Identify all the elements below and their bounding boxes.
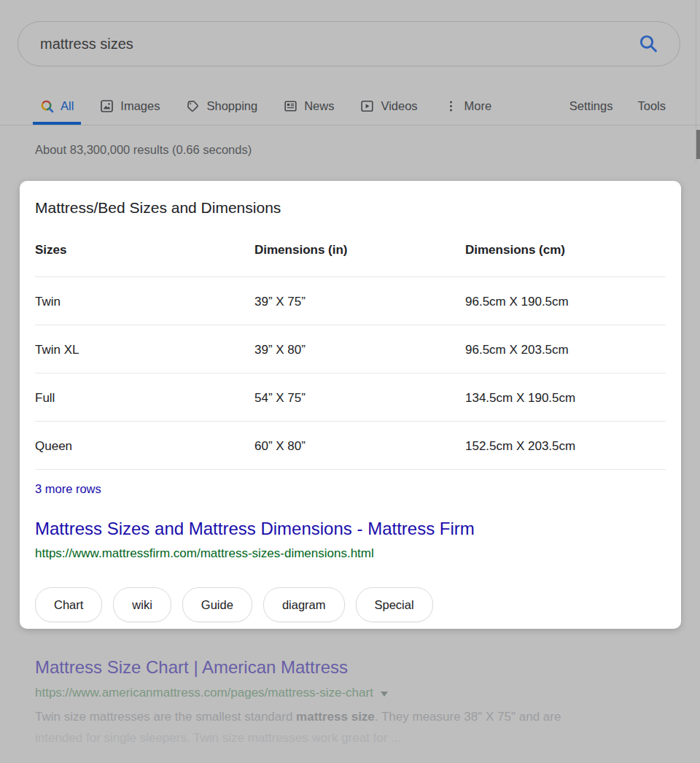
menu-tools[interactable]: Tools [637, 99, 666, 113]
chip-guide[interactable]: Guide [182, 587, 252, 622]
related-chips: ChartwikiGuidediagramSpecial [35, 587, 666, 622]
menu-settings[interactable]: Settings [569, 99, 613, 113]
table-cell-cm: 96.5cm X 203.5cm [465, 325, 666, 373]
tab-shopping[interactable]: Shopping [179, 88, 265, 125]
table-row: Twin39” X 75”96.5cm X 190.5cm [35, 277, 666, 325]
table-cell-inches: 60” X 80” [254, 422, 465, 469]
mattress-sizes-table: SizesDimensions (in)Dimensions (cm) Twin… [35, 243, 666, 470]
chip-diagram[interactable]: diagram [263, 587, 345, 622]
snippet-card-title: Mattress/Bed Sizes and Dimensions [35, 199, 666, 217]
organic-result-url-line: https://www.americanmattress.com/pages/m… [35, 686, 664, 700]
table-header-cell: Dimensions (cm) [465, 243, 666, 276]
tab-label: Shopping [206, 99, 257, 113]
scrollbar-thumb[interactable] [696, 130, 700, 159]
snippet-result-url: https://www.mattressfirm.com/mattress-si… [35, 546, 666, 561]
news-icon [284, 99, 298, 113]
organic-result-snippet: Twin size mattresses are the smallest st… [35, 706, 664, 748]
table-cell-inches: 54” X 75” [254, 373, 465, 421]
dropdown-arrow-icon[interactable] [381, 692, 388, 697]
tag-icon [186, 99, 200, 113]
tab-more[interactable]: More [437, 88, 499, 125]
chip-wiki[interactable]: wiki [113, 587, 171, 622]
table-cell-size: Queen [35, 422, 254, 469]
tab-news[interactable]: News [276, 88, 341, 125]
featured-snippet-card: Mattress/Bed Sizes and Dimensions SizesD… [20, 181, 681, 629]
snippet-line: Twin size mattresses are the smallest st… [35, 706, 664, 727]
snippet-result-title-link[interactable]: Mattress Sizes and Mattress Dimensions -… [35, 519, 475, 539]
search-input[interactable]: mattress sizes [40, 36, 133, 53]
chip-special[interactable]: Special [356, 587, 433, 622]
table-body: Twin39” X 75”96.5cm X 190.5cmTwin XL39” … [35, 277, 666, 470]
table-cell-size: Twin XL [35, 325, 254, 373]
tab-label: Images [120, 99, 160, 113]
table-header-row: SizesDimensions (in)Dimensions (cm) [35, 243, 666, 277]
tab-label: More [464, 99, 492, 113]
tab-bar-divider [0, 125, 700, 125]
result-type-tabs: All Images Shopping News Videos More [33, 88, 510, 125]
tab-bar: All Images Shopping News Videos More Set… [0, 88, 700, 125]
table-cell-inches: 39” X 80” [254, 325, 465, 373]
organic-result: Mattress Size Chart | American Mattress … [35, 657, 664, 748]
tab-label: News [304, 99, 334, 113]
organic-result-title-link[interactable]: Mattress Size Chart | American Mattress [35, 657, 348, 678]
tab-label: Videos [381, 99, 417, 113]
more-dots-icon [444, 99, 458, 113]
google-search-icon [40, 99, 54, 113]
video-icon [360, 99, 374, 113]
table-header-cell: Dimensions (in) [254, 243, 465, 276]
table-cell-inches: 39” X 75” [254, 277, 465, 325]
table-cell-cm: 134.5cm X 190.5cm [465, 373, 666, 421]
table-row: Twin XL39” X 80”96.5cm X 203.5cm [35, 325, 666, 373]
more-rows-link[interactable]: 3 more rows [35, 482, 101, 496]
table-row: Full54” X 75”134.5cm X 190.5cm [35, 373, 666, 422]
table-header-cell: Sizes [35, 243, 254, 276]
tab-videos[interactable]: Videos [353, 88, 424, 125]
tab-all[interactable]: All [33, 88, 81, 125]
table-cell-size: Twin [35, 277, 254, 325]
image-icon [100, 99, 114, 113]
tab-images[interactable]: Images [93, 88, 167, 125]
organic-result-url: https://www.americanmattress.com/pages/m… [35, 686, 373, 700]
search-icon[interactable] [639, 34, 658, 54]
chip-chart[interactable]: Chart [35, 587, 102, 622]
table-cell-size: Full [35, 373, 254, 421]
google-serp-page: mattress sizes All Images Shopping News … [0, 0, 700, 763]
tab-bar-menu: SettingsTools [569, 88, 666, 125]
table-cell-cm: 152.5cm X 203.5cm [465, 422, 666, 469]
table-row: Queen60” X 80”152.5cm X 203.5cm [35, 422, 666, 470]
tab-label: All [61, 99, 74, 113]
table-cell-cm: 96.5cm X 190.5cm [465, 277, 666, 325]
results-stats: About 83,300,000 results (0.66 seconds) [35, 143, 252, 157]
search-bar[interactable]: mattress sizes [18, 21, 680, 66]
snippet-line: intended for single sleepers. Twin size … [35, 727, 664, 748]
